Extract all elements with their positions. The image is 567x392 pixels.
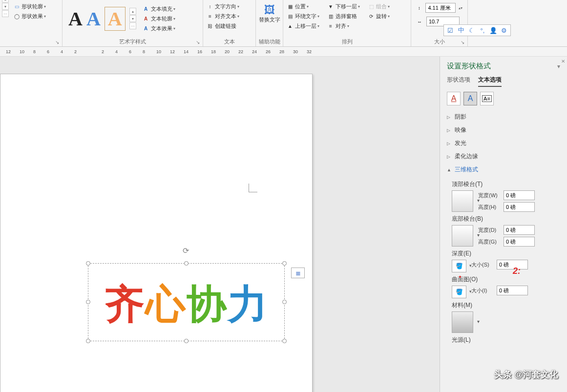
person-icon[interactable]: 👤 — [489, 26, 497, 34]
text-direction-button[interactable]: ↕文字方向▾ — [205, 2, 253, 11]
dialog-launcher-icon[interactable]: ↘ — [196, 40, 202, 45]
panel-menu-icon[interactable]: ▾ — [557, 63, 560, 70]
text-fill-tab-icon[interactable]: A — [447, 92, 461, 105]
text-outline-button[interactable]: A文本轮廓▾ — [141, 14, 177, 23]
section-3d-body: 顶部棱台(T) 宽度(W) 高度(H) 底部棱台(B) 宽度(D) 高度(G) … — [440, 176, 567, 350]
top-bevel-height-input[interactable] — [504, 202, 535, 212]
section-3d-format[interactable]: ▲三维格式 — [440, 163, 567, 176]
depth-size-input[interactable] — [497, 260, 528, 269]
rotate-button[interactable]: ⟳旋转▾ — [366, 12, 391, 21]
lighting-label: 光源(L) — [452, 336, 560, 344]
section-soft-edges[interactable]: ▷柔化边缘 — [440, 150, 567, 163]
shape-outline-button[interactable]: ▭形状轮廓▾ — [12, 2, 47, 11]
wordart-shape[interactable]: ⟳ 齐 心 协 力 ≣ — [88, 263, 285, 341]
text-fill-icon: A — [143, 5, 149, 12]
group-objects-button: ⬚组合▾ — [366, 2, 391, 11]
ruler-tick: 32 — [307, 49, 312, 54]
ruler-tick: 24 — [252, 49, 257, 54]
ruler-tick: 10 — [20, 49, 24, 54]
degree-icon[interactable]: °, — [479, 26, 486, 34]
paint-icon: 🪣 — [456, 263, 463, 269]
wordart-text[interactable]: 齐 心 协 力 — [93, 273, 279, 336]
shape-height-input[interactable]: 4.11 厘米 — [425, 3, 456, 13]
bottom-bevel-width-input[interactable] — [504, 225, 535, 235]
gear-icon[interactable]: ⚙ — [500, 26, 508, 34]
align-icon: ≡ — [327, 23, 334, 30]
horizontal-ruler: /* ticks populated below */ 121086422468… — [0, 47, 567, 57]
bottom-bevel-label: 底部棱台(B) — [452, 215, 560, 223]
wrap-icon: ▤ — [287, 13, 294, 20]
panel-close-icon[interactable]: ✕ — [561, 59, 565, 64]
ruler-tick: 30 — [293, 49, 298, 54]
contour-size-input[interactable] — [497, 286, 528, 295]
text-effects-button[interactable]: A文本效果▾ — [141, 24, 177, 33]
ruler-tick: 12 — [170, 49, 175, 54]
wordart-style-1[interactable]: A — [68, 7, 83, 30]
align-button[interactable]: ≡对齐▾ — [326, 21, 361, 31]
bottom-bevel-picker[interactable] — [452, 225, 473, 247]
ruler-tick: 2 — [74, 49, 77, 54]
layout-options-button[interactable]: ≣ — [291, 268, 305, 278]
send-backward-button[interactable]: ▼下移一层▾ — [326, 2, 361, 11]
height-icon: ↕ — [416, 4, 422, 11]
section-glow[interactable]: ▷发光 — [440, 137, 567, 150]
wrap-text-button[interactable]: ▤环绕文字▾ — [285, 12, 321, 21]
section-reflection[interactable]: ▷映像 — [440, 124, 567, 137]
align-text-button[interactable]: ≡对齐文本▾ — [205, 12, 253, 21]
alt-text-button[interactable]: 🖼 替换文字 — [257, 3, 282, 31]
create-link-button[interactable]: ⛓创建链接 — [205, 21, 253, 31]
bottom-bevel-height-input[interactable] — [504, 237, 535, 247]
cn-icon[interactable]: 中 — [457, 26, 465, 34]
dialog-launcher-icon[interactable]: ↘ — [461, 40, 466, 45]
text-box-tab-icon[interactable]: A≡ — [480, 92, 494, 105]
dialog-launcher-icon[interactable]: ↘ — [55, 40, 61, 45]
resize-handle[interactable] — [86, 261, 90, 266]
ruler-tick: 6 — [47, 49, 49, 54]
resize-handle[interactable] — [282, 261, 287, 266]
ribbon: ▴▾⋯ ◢形状填充▾ ▭形状轮廓▾ ◯形状效果▾ ↘ A A A ▴▾⋯ A文本… — [0, 0, 567, 47]
document-page — [0, 74, 313, 392]
floating-toolbar[interactable]: ☑ 中 ☾ °, 👤 ⚙ — [443, 24, 511, 36]
resize-handle[interactable] — [184, 261, 189, 266]
wordart-style-2[interactable]: A — [86, 7, 101, 30]
group-label: 辅助功能 — [258, 37, 281, 46]
top-bevel-picker[interactable] — [452, 190, 473, 212]
tab-shape-options[interactable]: 形状选项 — [447, 76, 470, 87]
format-shape-panel: 设置形状格式 ▾ 形状选项 文本选项 A A A≡ ▷阴影 ▷映像 ▷发光 ▷柔… — [440, 57, 567, 392]
alt-text-icon: 🖼 — [264, 4, 275, 17]
shape-fill-button[interactable]: ◢形状填充▾ — [12, 0, 47, 1]
watermark-text: 头条 @河套文化 — [494, 369, 558, 380]
top-bevel-width-input[interactable] — [504, 190, 535, 200]
wordart-gallery[interactable]: A A A — [64, 4, 129, 34]
shape-effects-button[interactable]: ◯形状效果▾ — [12, 12, 47, 21]
bring-forward-button[interactable]: ▲上移一层▾ — [285, 21, 321, 31]
section-shadow[interactable]: ▷阴影 — [440, 110, 567, 124]
moon-icon[interactable]: ☾ — [468, 26, 476, 34]
align-text-icon: ≡ — [207, 13, 213, 20]
depth-color-picker[interactable]: 🪣 — [452, 260, 466, 272]
document-area[interactable]: ⟳ 齐 心 协 力 ≣ — [0, 57, 440, 392]
tab-text-options[interactable]: 文本选项 — [478, 76, 502, 87]
ruler-tick: 12 — [6, 49, 11, 54]
group-label — [2, 44, 60, 46]
panel-title: 设置形状格式 — [447, 62, 491, 71]
top-bevel-label: 顶部棱台(T) — [452, 180, 560, 188]
checkbox-icon[interactable]: ☑ — [446, 26, 454, 34]
selection-pane-button[interactable]: ▥选择窗格 — [326, 12, 361, 21]
wordart-char: 心 — [146, 278, 187, 331]
shape-gallery-mini[interactable]: ▴▾⋯ — [2, 0, 9, 17]
resize-handle[interactable] — [282, 300, 287, 304]
text-effects-tab-icon[interactable]: A — [463, 92, 477, 105]
resize-handle[interactable] — [86, 300, 90, 304]
contour-color-picker[interactable]: 🪣 — [452, 286, 466, 298]
rotate-handle-icon[interactable]: ⟳ — [183, 246, 190, 254]
resize-handle[interactable] — [86, 339, 90, 343]
position-button[interactable]: ▦位置▾ — [285, 2, 321, 11]
wordart-style-3[interactable]: A — [105, 7, 126, 31]
resize-handle[interactable] — [282, 339, 287, 343]
material-picker[interactable] — [452, 311, 473, 333]
ruler-tick: 20 — [225, 49, 230, 54]
text-fill-button[interactable]: A文本填充▾ — [141, 4, 177, 14]
resize-handle[interactable] — [184, 339, 189, 343]
wordart-gallery-more[interactable]: ▴▾⋯ — [129, 8, 136, 29]
